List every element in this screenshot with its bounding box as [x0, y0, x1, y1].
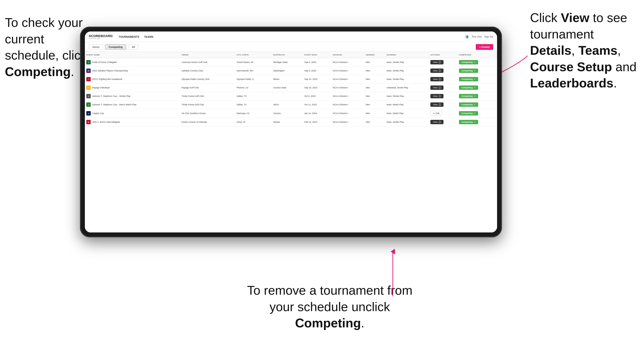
- cell-competing[interactable]: Competing ✓: [458, 118, 497, 126]
- tablet-device: SCOREBOARD Powered by clipp TOURNAMENTS …: [80, 27, 502, 237]
- cell-event-name: I OFCC Fighting Illini Invitational: [85, 75, 180, 84]
- cell-scoring: team, Stroke Play: [385, 67, 429, 75]
- competing-button[interactable]: Competing ✓: [459, 94, 478, 98]
- cell-venue: Ocean Course At Hokuala: [180, 118, 235, 126]
- view-button[interactable]: View i: [430, 102, 443, 107]
- tab-home[interactable]: Home: [89, 44, 103, 50]
- col-venue: VENUE: [180, 52, 235, 58]
- cell-actions[interactable]: View i: [429, 84, 457, 92]
- view-button[interactable]: View i: [430, 85, 443, 90]
- cell-competing[interactable]: Competing ✓: [458, 84, 497, 92]
- cell-hosted-by: Michigan State: [272, 58, 303, 67]
- competing-button[interactable]: Competing ✓: [459, 77, 478, 81]
- view-button[interactable]: View i: [430, 120, 443, 124]
- cell-venue: Ak-Chin Southern Dunes: [180, 109, 235, 118]
- col-division: DIVISION: [332, 52, 364, 58]
- cell-actions[interactable]: View i: [429, 118, 457, 126]
- cell-actions[interactable]: View i: [429, 101, 457, 109]
- info-icon: i: [439, 95, 441, 97]
- cell-gender: Men: [364, 75, 385, 84]
- competing-button[interactable]: Competing ✓: [459, 111, 478, 116]
- info-icon: i: [439, 61, 441, 63]
- signout-link[interactable]: Sign out: [484, 35, 493, 38]
- logo-title: SCOREBOARD: [89, 34, 113, 37]
- check-icon: ✓: [474, 121, 476, 123]
- nav-tournaments[interactable]: TOURNAMENTS: [118, 35, 139, 38]
- cell-event-name: A Copper Cup: [85, 109, 180, 118]
- annotation-tr-coursesetup: Course Setup: [530, 60, 612, 74]
- info-icon: i: [439, 121, 441, 123]
- check-icon: ✓: [474, 86, 476, 89]
- cell-hosted-by: Illinois: [272, 75, 303, 84]
- check-icon: ✓: [474, 95, 476, 97]
- check-icon: ✓: [474, 78, 476, 80]
- cell-competing[interactable]: Competing ✓: [458, 67, 497, 75]
- create-button[interactable]: + Create: [476, 44, 493, 50]
- cell-division: NCAA Division I: [332, 58, 364, 67]
- view-button[interactable]: View i: [430, 77, 443, 81]
- cell-gender: Men: [364, 101, 385, 109]
- competing-button[interactable]: Competing ✓: [459, 68, 478, 73]
- nav-teams[interactable]: TEAMS: [144, 35, 154, 38]
- cell-competing[interactable]: Competing ✓: [458, 92, 497, 101]
- user-label: Test User: [472, 35, 482, 38]
- cell-venue: American Dunes Golf Club: [180, 58, 235, 67]
- check-icon: ✓: [474, 112, 476, 115]
- cell-scoring: team, Match Play: [385, 101, 429, 109]
- cell-actions[interactable]: View i: [429, 92, 457, 101]
- cell-scoring: individual, Stroke Play: [385, 84, 429, 92]
- table-row: I OFCC Fighting Illini Invitational Olym…: [85, 75, 497, 84]
- cell-competing[interactable]: Competing ✓: [458, 75, 497, 84]
- cell-venue: Trinity Forest Golf Club: [180, 101, 235, 109]
- cell-event-name: P Papago Individual: [85, 84, 180, 92]
- cell-scoring: team, Stroke Play: [385, 58, 429, 67]
- col-gender: GENDER: [364, 52, 385, 58]
- col-city-state: CITY, STATE: [235, 52, 272, 58]
- check-icon: ✓: [474, 69, 476, 72]
- competing-button[interactable]: Competing ✓: [459, 102, 478, 107]
- view-button[interactable]: View i: [430, 94, 443, 98]
- cell-gender: Men: [364, 58, 385, 67]
- cell-event-name: J Jackson T. Stephens Cup – Stroke Play: [85, 92, 180, 101]
- annotation-tl-bold: Competing: [5, 65, 71, 79]
- cell-hosted-by: ABAC: [272, 101, 303, 109]
- cell-actions[interactable]: View i: [429, 75, 457, 84]
- competing-button[interactable]: Competing ✓: [459, 120, 478, 124]
- tab-all[interactable]: All: [128, 44, 138, 50]
- cell-actions[interactable]: View i: [429, 67, 457, 75]
- cell-actions[interactable]: ✏ Edit: [429, 109, 457, 118]
- cell-venue: Sahalee Country Club: [180, 67, 235, 75]
- annotation-tr-view: View: [561, 11, 590, 25]
- cell-division: NCAA Division I: [332, 118, 364, 126]
- cell-start-date: Jan 14, 2024: [303, 109, 332, 118]
- cell-city-state: Phoenix, AZ: [235, 84, 272, 92]
- event-name-text: Jackson T. Stephens Cup – Stroke Play: [92, 95, 130, 97]
- cell-competing[interactable]: Competing ✓: [458, 58, 497, 67]
- event-name-text: John A. Burns Intercollegiate: [92, 121, 120, 123]
- scoreboard-logo: SCOREBOARD Powered by clipp: [89, 34, 113, 39]
- cell-competing[interactable]: Competing ✓: [458, 109, 497, 118]
- table-row: H John A. Burns Intercollegiate Ocean Co…: [85, 118, 497, 126]
- edit-button[interactable]: ✏ Edit: [430, 111, 442, 116]
- nav-links[interactable]: TOURNAMENTS TEAMS: [118, 35, 154, 38]
- cell-gender: Men: [364, 118, 385, 126]
- view-button[interactable]: View i: [430, 60, 443, 64]
- tab-competing[interactable]: Competing: [105, 44, 126, 50]
- cell-city-state: Dallas, TX: [235, 92, 272, 101]
- view-button[interactable]: View i: [430, 68, 443, 73]
- annotation-tr-prefix: Click: [530, 11, 561, 25]
- annotation-tr-teams: Teams: [578, 43, 617, 57]
- cell-competing[interactable]: Competing ✓: [458, 101, 497, 109]
- annotation-tl-text: To check your current schedule, click: [5, 15, 87, 62]
- cell-hosted-by: [272, 92, 303, 101]
- cell-city-state: Lihue, HI: [235, 118, 272, 126]
- annotation-top-right: Click View to see tournament Details, Te…: [530, 10, 642, 92]
- cell-gender: Men: [364, 92, 385, 101]
- cell-actions[interactable]: View i: [429, 58, 457, 67]
- cell-gender: Men: [364, 109, 385, 118]
- cell-division: NCAA Division I: [332, 75, 364, 84]
- competing-button[interactable]: Competing ✓: [459, 85, 478, 90]
- col-hosted-by: HOSTED BY: [272, 52, 303, 58]
- cell-division: NCAA Division I: [332, 67, 364, 75]
- competing-button[interactable]: Competing ✓: [459, 60, 478, 64]
